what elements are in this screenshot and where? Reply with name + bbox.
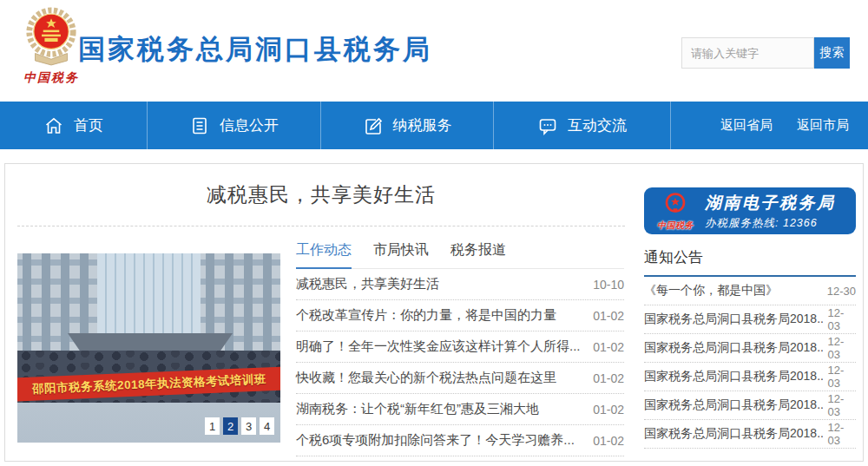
news-row: 减税惠民，共享美好生活 10-10	[296, 269, 624, 300]
news-list: 减税惠民，共享美好生活 10-10 个税改革宣传片：你的力量，将是中国的力量 0…	[296, 269, 624, 456]
tab-tax-reports[interactable]: 税务报道	[450, 241, 506, 268]
carousel-pagination: 1 2 3 4	[205, 417, 274, 435]
logo-caption: 中国税务	[16, 70, 87, 86]
notice-date: 12-03	[828, 392, 856, 418]
tax-emblem-small-icon	[662, 206, 688, 220]
content-box: 减税惠民，共享美好生活 邵阳市税务系统2018年执法资格考试培训班 1 2 3 …	[4, 163, 864, 462]
news-row: 快收藏！您最关心的新个税法热点问题在这里 01-02	[296, 363, 624, 394]
notice-link[interactable]: 《每一个你，都是中国》	[644, 283, 778, 299]
etax-banner[interactable]: 中国税务 湖南电子税务局 办税服务热线: 12366	[644, 187, 856, 234]
news-row: 明确了！全年一次性奖金应该这样计算个人所得... 01-02	[296, 331, 624, 363]
etax-hotline: 办税服务热线: 12366	[705, 216, 836, 231]
search-bar: 搜索	[681, 37, 850, 69]
news-link[interactable]: 明确了！全年一次性奖金应该这样计算个人所得...	[296, 338, 581, 355]
notice-date: 12-03	[828, 335, 856, 361]
link-provincial-bureau[interactable]: 返回省局	[720, 117, 773, 134]
notice-link[interactable]: 国家税务总局洞口县税务局2018...	[644, 397, 823, 413]
etax-logo-caption: 中国税务	[653, 221, 698, 230]
news-tabs: 工作动态 市局快讯 税务报道	[296, 226, 624, 269]
news-link[interactable]: 减税惠民，共享美好生活	[296, 276, 439, 292]
nav-right-links: 返回省局 返回市局	[671, 102, 868, 149]
site-header: 中国税务 国家税务总局洞口县税务局 搜索	[0, 0, 868, 102]
carousel-page[interactable]: 4	[260, 417, 274, 435]
news-section: 减税惠民，共享美好生活 邵阳市税务系统2018年执法资格考试培训班 1 2 3 …	[17, 164, 625, 461]
pencil-icon	[363, 115, 384, 136]
tab-work-dynamics[interactable]: 工作动态	[296, 241, 352, 269]
news-date: 01-02	[593, 340, 624, 354]
notice-row: 国家税务总局洞口县税务局2018... 12-03	[644, 363, 856, 391]
nav-item-tax-services[interactable]: 纳税服务	[321, 102, 494, 149]
site-logo: 中国税务	[16, 5, 87, 86]
photo-building-canopy	[68, 333, 233, 352]
search-input[interactable]	[681, 37, 814, 69]
notice-section: 中国税务 湖南电子税务局 办税服务热线: 12366 通知公告 《每一个你，都是…	[644, 164, 856, 461]
etax-logo: 中国税务	[653, 192, 698, 230]
nav-item-info-disclosure[interactable]: 信息公开	[148, 102, 321, 149]
news-date: 10-10	[593, 278, 624, 292]
news-link[interactable]: 个税改革宣传片：你的力量，将是中国的力量	[296, 307, 556, 324]
news-date: 01-02	[593, 371, 624, 385]
notice-link[interactable]: 国家税务总局洞口县税务局2018...	[644, 340, 823, 356]
nav-label: 互动交流	[568, 115, 627, 135]
notice-row: 国家税务总局洞口县税务局2018... 12-03	[644, 305, 856, 334]
notice-link[interactable]: 国家税务总局洞口县税务局2018...	[644, 312, 823, 327]
news-link[interactable]: 快收藏！您最关心的新个税法热点问题在这里	[296, 370, 556, 386]
notice-date: 12-30	[827, 285, 856, 298]
chat-icon	[537, 115, 558, 136]
page-title: 国家税务总局洞口县税务局	[78, 31, 432, 68]
etax-banner-text: 湖南电子税务局 办税服务热线: 12366	[705, 192, 836, 231]
carousel-page[interactable]: 2	[223, 417, 238, 435]
etax-title: 湖南电子税务局	[705, 192, 836, 214]
main-nav: 首页 信息公开 纳税服务	[0, 102, 868, 149]
nav-label: 信息公开	[220, 115, 279, 135]
notice-list: 《每一个你，都是中国》 12-30 国家税务总局洞口县税务局2018... 12…	[644, 277, 856, 449]
news-column: 工作动态 市局快讯 税务报道 减税惠民，共享美好生活 10-10 个税改革宣传片…	[296, 226, 625, 456]
news-date: 01-02	[593, 434, 624, 448]
link-city-bureau[interactable]: 返回市局	[797, 117, 849, 134]
carousel-page[interactable]: 1	[205, 417, 220, 435]
nav-label: 纳税服务	[393, 115, 452, 135]
photo-carousel[interactable]: 邵阳市税务系统2018年执法资格考试培训班 1 2 3 4	[17, 253, 280, 443]
news-date: 01-02	[593, 309, 624, 323]
notice-row: 《每一个你，都是中国》 12-30	[644, 277, 856, 305]
featured-headline[interactable]: 减税惠民，共享美好生活	[17, 164, 625, 226]
search-button[interactable]: 搜索	[814, 37, 850, 69]
notice-link[interactable]: 国家税务总局洞口县税务局2018...	[644, 426, 823, 442]
news-row: 个税改革宣传片：你的力量，将是中国的力量 01-02	[296, 300, 624, 331]
notice-heading: 通知公告	[644, 247, 856, 277]
notice-row: 国家税务总局洞口县税务局2018... 12-03	[644, 420, 856, 449]
notice-date: 12-03	[828, 421, 856, 447]
document-icon	[189, 115, 210, 136]
notice-row: 国家税务总局洞口县税务局2018... 12-03	[644, 334, 856, 363]
news-link[interactable]: 湖南税务：让个税“新年红包”惠及三湘大地	[296, 401, 539, 417]
news-row: 湖南税务：让个税“新年红包”惠及三湘大地 01-02	[296, 394, 624, 425]
notice-row: 国家税务总局洞口县税务局2018... 12-03	[644, 391, 856, 420]
news-date: 01-02	[593, 403, 624, 417]
tab-city-bulletin[interactable]: 市局快讯	[373, 241, 429, 268]
home-icon	[43, 115, 64, 136]
nav-item-home[interactable]: 首页	[0, 102, 148, 149]
news-row: 个税6项专项附加扣除问答来了！今天学习赡养... 01-02	[296, 425, 624, 456]
notice-link[interactable]: 国家税务总局洞口县税务局2018...	[644, 369, 823, 384]
notice-date: 12-03	[828, 306, 856, 332]
notice-date: 12-03	[828, 364, 856, 390]
carousel-page[interactable]: 3	[241, 417, 256, 435]
news-link[interactable]: 个税6项专项附加扣除问答来了！今天学习赡养...	[296, 432, 575, 449]
nav-item-interaction[interactable]: 互动交流	[494, 102, 671, 149]
nav-label: 首页	[74, 115, 103, 135]
